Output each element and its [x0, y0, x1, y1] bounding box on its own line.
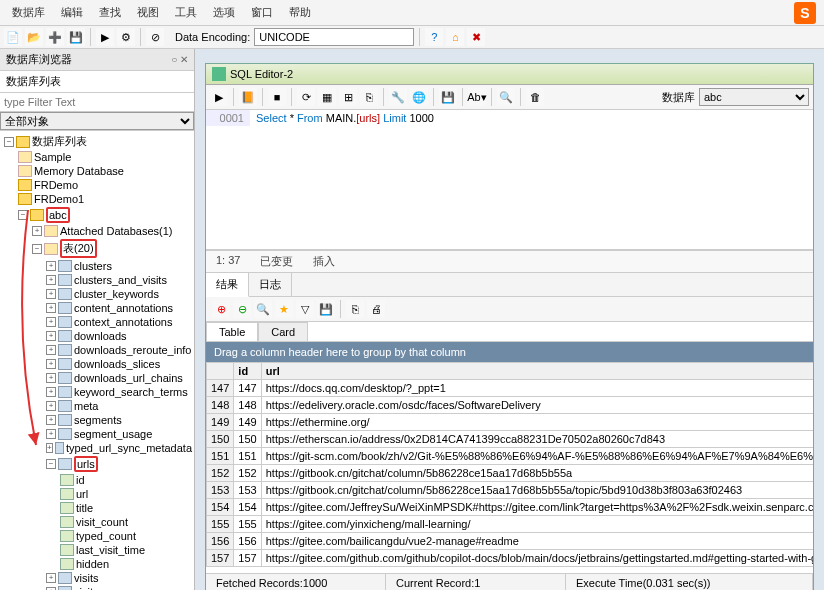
sidebar-tab[interactable]: 数据库列表 [0, 71, 194, 93]
sql-editor[interactable]: 0001 Select * From MAIN.[urls] Limit 100… [206, 110, 813, 250]
btn-tool1-icon[interactable]: ⟳ [297, 88, 315, 106]
result-grid[interactable]: id url 147147https://docs.qq.com/desktop… [206, 362, 813, 573]
tb-help-icon[interactable]: ? [425, 28, 443, 46]
btn-tool2-icon[interactable]: ▦ [318, 88, 336, 106]
rt-del-icon[interactable]: ⊖ [233, 300, 251, 318]
table-row[interactable]: 156156https://gitee.com/bailicangdu/vue2… [207, 533, 814, 550]
btn-tool5-icon[interactable]: 🔧 [389, 88, 407, 106]
tb-action-icon[interactable]: ⚙ [117, 28, 135, 46]
btn-ab-icon[interactable]: Ab▾ [468, 88, 486, 106]
tb-stop-icon[interactable]: ⊘ [146, 28, 164, 46]
table-row[interactable]: 150150https://etherscan.io/address/0x2D8… [207, 431, 814, 448]
sql-code[interactable]: Select * From MAIN.[urls] Limit 1000 [250, 110, 440, 126]
tree-table[interactable]: +downloads [0, 329, 194, 343]
tab-log[interactable]: 日志 [249, 273, 292, 296]
view-card[interactable]: Card [258, 322, 308, 341]
table-row[interactable]: 154154https://gitee.com/JeffreySu/WeiXin… [207, 499, 814, 516]
rt-print-icon[interactable]: 🖨 [367, 300, 385, 318]
tree-table[interactable]: +keyword_search_terms [0, 385, 194, 399]
btn-find-icon[interactable]: 🔍 [497, 88, 515, 106]
btn-book-icon[interactable]: 📙 [239, 88, 257, 106]
table-row[interactable]: 149149https://ethermine.org/ [207, 414, 814, 431]
tree-root[interactable]: −数据库列表 [0, 133, 194, 150]
tree-table[interactable]: +clusters [0, 259, 194, 273]
table-row[interactable]: 157157https://gitee.com/github.com/githu… [207, 550, 814, 567]
tree-db-abc[interactable]: −abc [0, 206, 194, 224]
menu-options[interactable]: 选项 [205, 2, 243, 23]
menu-window[interactable]: 窗口 [243, 2, 281, 23]
group-hint[interactable]: Drag a column header here to group by th… [206, 342, 813, 362]
btn-stop-icon[interactable]: ■ [268, 88, 286, 106]
filter-input[interactable] [0, 93, 194, 112]
tb-close-icon[interactable]: ✖ [467, 28, 485, 46]
tree-db-sample[interactable]: Sample [0, 150, 194, 164]
menu-tools[interactable]: 工具 [167, 2, 205, 23]
table-row[interactable]: 147147https://docs.qq.com/desktop/?_ppt=… [207, 380, 814, 397]
table-row[interactable]: 151151https://git-scm.com/book/zh/v2/Git… [207, 448, 814, 465]
tree-table[interactable]: +content_annotations [0, 301, 194, 315]
tree-col[interactable]: id [0, 473, 194, 487]
tree-col[interactable]: hidden [0, 557, 194, 571]
tree-col[interactable]: last_visit_time [0, 543, 194, 557]
rt-find-icon[interactable]: 🔍 [254, 300, 272, 318]
tree-table-urls[interactable]: −urls [0, 455, 194, 473]
tree-col[interactable]: url [0, 487, 194, 501]
tree-table[interactable]: +clusters_and_visits [0, 273, 194, 287]
rt-save-icon[interactable]: 💾 [317, 300, 335, 318]
btn-run-icon[interactable]: ▶ [210, 88, 228, 106]
tree-table[interactable]: +segments [0, 413, 194, 427]
tb-home-icon[interactable]: ⌂ [446, 28, 464, 46]
tb-plus-icon[interactable]: ➕ [46, 28, 64, 46]
col-id[interactable]: id [234, 363, 261, 380]
tree-table[interactable]: +visit_source [0, 585, 194, 590]
btn-tool3-icon[interactable]: ⊞ [339, 88, 357, 106]
btn-save-icon[interactable]: 💾 [439, 88, 457, 106]
tree-db-frdemo1[interactable]: FRDemo1 [0, 192, 194, 206]
menu-view[interactable]: 视图 [129, 2, 167, 23]
scope-row: 全部对象 [0, 112, 194, 131]
rt-add-icon[interactable]: ⊕ [212, 300, 230, 318]
encoding-input[interactable] [254, 28, 414, 46]
col-rowhead[interactable] [207, 363, 234, 380]
tree-table[interactable]: +visits [0, 571, 194, 585]
tree-db-memory[interactable]: Memory Database [0, 164, 194, 178]
menu-database[interactable]: 数据库 [4, 2, 53, 23]
tree-table[interactable]: +context_annotations [0, 315, 194, 329]
tree-table[interactable]: +downloads_reroute_info [0, 343, 194, 357]
table-row[interactable]: 152152https://gitbook.cn/gitchat/column/… [207, 465, 814, 482]
tree-table[interactable]: +downloads_url_chains [0, 371, 194, 385]
menu-find[interactable]: 查找 [91, 2, 129, 23]
rt-star-icon[interactable]: ★ [275, 300, 293, 318]
tree-col[interactable]: title [0, 501, 194, 515]
table-row[interactable]: 148148https://edelivery.oracle.com/osdc/… [207, 397, 814, 414]
view-table[interactable]: Table [206, 322, 258, 341]
scope-select[interactable]: 全部对象 [0, 112, 194, 130]
tb-run-icon[interactable]: ▶ [96, 28, 114, 46]
tree-table[interactable]: +downloads_slices [0, 357, 194, 371]
tree-table[interactable]: +typed_url_sync_metadata [0, 441, 194, 455]
tb-new-icon[interactable]: 📄 [4, 28, 22, 46]
btn-tool4-icon[interactable]: ⎘ [360, 88, 378, 106]
tree-table[interactable]: +cluster_keywords [0, 287, 194, 301]
tree-table[interactable]: +meta [0, 399, 194, 413]
rt-export-icon[interactable]: ⎘ [346, 300, 364, 318]
menu-help[interactable]: 帮助 [281, 2, 319, 23]
tree-col[interactable]: typed_count [0, 529, 194, 543]
db-select[interactable]: abc [699, 88, 809, 106]
btn-del-icon[interactable]: 🗑 [526, 88, 544, 106]
tree-db-frdemo[interactable]: FRDemo [0, 178, 194, 192]
col-url[interactable]: url [261, 363, 813, 380]
tree-col[interactable]: visit_count [0, 515, 194, 529]
btn-tool6-icon[interactable]: 🌐 [410, 88, 428, 106]
tb-save-icon[interactable]: 💾 [67, 28, 85, 46]
rt-filter-icon[interactable]: ▽ [296, 300, 314, 318]
sidebar-close-icon[interactable]: ○ ✕ [171, 54, 188, 65]
tb-open-icon[interactable]: 📂 [25, 28, 43, 46]
menu-edit[interactable]: 编辑 [53, 2, 91, 23]
tab-result[interactable]: 结果 [206, 273, 249, 297]
tree-table[interactable]: +segment_usage [0, 427, 194, 441]
tree-tables[interactable]: −表(20) [0, 238, 194, 259]
table-row[interactable]: 155155https://gitee.com/yinxicheng/mall-… [207, 516, 814, 533]
table-row[interactable]: 153153https://gitbook.cn/gitchat/column/… [207, 482, 814, 499]
tree-attached[interactable]: +Attached Databases(1) [0, 224, 194, 238]
